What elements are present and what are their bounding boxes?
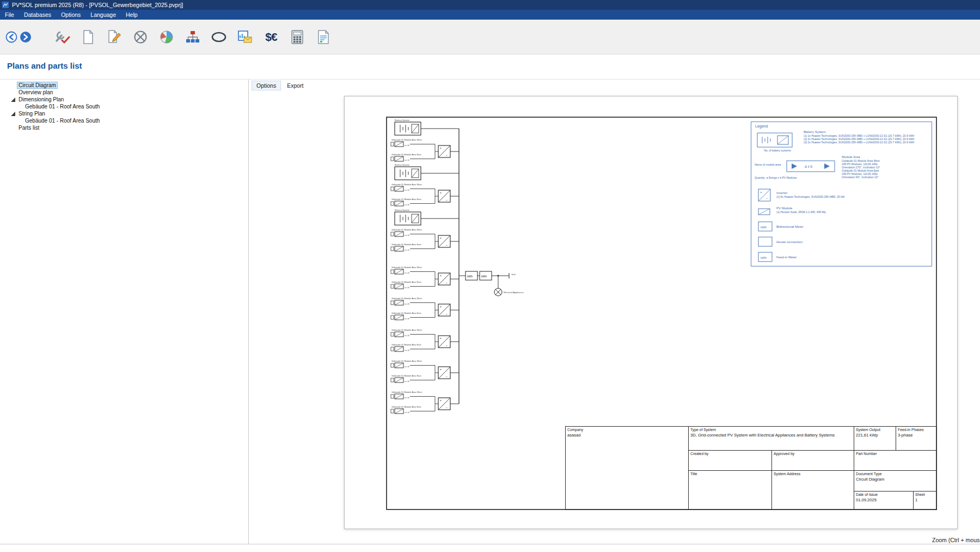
titleblock-type-cell: Type of System 3D, Grid-connected PV Sys…: [689, 427, 854, 451]
svg-text:a x b: a x b: [405, 396, 409, 399]
crossed-circle-icon: [133, 30, 148, 44]
tree-item-label: Gebäude 01 - Roof Area South: [24, 104, 101, 110]
zoom-hint: Zoom (Ctrl + mouse wheel): [932, 537, 980, 543]
system-scheme-button[interactable]: [180, 22, 206, 52]
svg-text:kWh: kWh: [761, 256, 767, 259]
legend-pv-module-text: PV Module (1) Heckert Solar, ZR28.1-1.44…: [776, 206, 826, 214]
svg-text:Gebäude 01 Module Area East: Gebäude 01 Module Area East: [391, 243, 422, 246]
legend-feed-in-meter-symbol: kWh: [758, 252, 773, 263]
menu-file[interactable]: File: [0, 10, 19, 20]
paper[interactable]: Gebäude 01 Module Area Westa x bGebäude …: [344, 96, 958, 529]
currency-icon: $€: [265, 31, 277, 44]
heading-bar: Plans and parts list: [0, 54, 980, 79]
titleblock-phases-cell: Feed-in Phases 3-phase: [896, 427, 937, 451]
svg-text:=: =: [440, 368, 442, 371]
titleblock-created-cell: Created by: [689, 451, 772, 471]
tree-item-label: Circuit Diagram: [17, 82, 57, 88]
svg-text:Gebäude 01 Module Area East: Gebäude 01 Module Area East: [391, 312, 422, 314]
legend-inverter-lines: (1) 6x Huawei Technologies, SUN2000-25K-…: [776, 195, 844, 198]
expand-toggle-icon[interactable]: [11, 98, 15, 102]
visualization-button[interactable]: [154, 22, 180, 52]
legend-pv-module-symbol: [758, 208, 771, 216]
report-button[interactable]: [310, 22, 336, 52]
svg-text:Gebäude 01 Module Area East: Gebäude 01 Module Area East: [391, 198, 422, 201]
legend-house-connection-label: House connection: [776, 240, 803, 244]
page-title: Plans and parts list: [7, 61, 82, 70]
legend-module-area-text: Module Area Gebäude 01 Module Area West2…: [842, 155, 880, 179]
legend-line: (1) Heckert Solar, ZR28.1-1.445, 445 Wp: [776, 210, 826, 214]
ellipse-button[interactable]: [206, 22, 232, 52]
svg-text:~: ~: [446, 407, 448, 409]
preview-panel: OptionsExport Gebäude 01 Module Area Wes…: [249, 80, 980, 544]
menu-help[interactable]: Help: [121, 10, 143, 20]
svg-text:a x b: a x b: [405, 334, 409, 337]
svg-text:a x b: a x b: [405, 317, 409, 320]
svg-text:a x b: a x b: [405, 159, 409, 161]
svg-text:=: =: [760, 191, 762, 194]
legend-line: (3) 2x Huawei Technologies, SUN2000-25K-…: [804, 141, 914, 144]
tree-item-circuit-diagram[interactable]: Circuit Diagram: [0, 82, 248, 89]
svg-text:~: ~: [446, 199, 448, 202]
legend-bidirectional-meter-symbol: kWh: [758, 221, 773, 232]
cancel-button[interactable]: [127, 22, 154, 52]
tree-item-geb-ude-01-roof-area-south[interactable]: Gebäude 01 - Roof Area South: [0, 103, 248, 110]
svg-text:kWh: kWh: [481, 275, 487, 278]
svg-text:Gebäude 01 Module Area West: Gebäude 01 Module Area West: [391, 329, 422, 331]
title-bar: PV*SOL premium 2025 (R8) - [PVSOL_Gewerb…: [0, 0, 980, 10]
app-window: PV*SOL premium 2025 (R8) - [PVSOL_Gewerb…: [0, 0, 980, 552]
legend-line: Orientation 90°, Inclination 10°: [842, 175, 880, 179]
svg-text:a x b: a x b: [405, 189, 409, 191]
legend-bidirectional-meter-label: Bidirectional Meter: [776, 225, 804, 229]
legend-module-area-lines: Gebäude 01 Module Area West249 PV Module…: [842, 159, 880, 179]
tree-item-overview-plan[interactable]: Overview plan: [0, 89, 248, 96]
svg-text:a x b: a x b: [405, 271, 409, 274]
chart-envelope-icon: [237, 30, 253, 44]
toolbar: $€: [0, 20, 980, 54]
edit-document-icon: [107, 29, 121, 45]
menu-options[interactable]: Options: [56, 10, 85, 20]
menu-databases[interactable]: Databases: [19, 10, 56, 20]
tab-bar: OptionsExport: [252, 81, 308, 90]
tree-item-string-plan[interactable]: String Plan: [0, 110, 248, 117]
plans-tree: Circuit DiagramOverview planDimensioning…: [0, 80, 249, 544]
svg-text:Battery System: Battery System: [395, 209, 410, 211]
edit-plan-button[interactable]: [101, 22, 127, 52]
app-icon: [2, 2, 9, 8]
svg-text:a x b: a x b: [405, 349, 409, 351]
tab-export[interactable]: Export: [283, 81, 308, 90]
svg-text:a x b: a x b: [405, 203, 409, 206]
svg-text:a x b: a x b: [405, 248, 409, 251]
results-button[interactable]: [232, 22, 258, 52]
back-button[interactable]: [4, 22, 19, 52]
report-document-icon: [317, 29, 330, 45]
check-project-button[interactable]: [49, 22, 75, 52]
new-plan-button[interactable]: [75, 22, 101, 52]
calculator-button[interactable]: [284, 22, 310, 52]
svg-text:Grid: Grid: [511, 273, 516, 276]
economics-button[interactable]: $€: [258, 22, 284, 52]
tree-item-parts-list[interactable]: Parts list: [0, 124, 248, 131]
tree-item-label: Dimensioning Plan: [17, 96, 65, 102]
titleblock-title-cell: Title: [689, 471, 772, 510]
tab-options[interactable]: Options: [252, 81, 280, 90]
back-icon: [5, 31, 17, 43]
tree-item-geb-ude-01-roof-area-south[interactable]: Gebäude 01 - Roof Area South: [0, 117, 248, 124]
svg-text:Gebäude 01 Module Area West: Gebäude 01 Module Area West: [391, 391, 422, 393]
svg-text:=: =: [440, 275, 442, 277]
forward-icon: [20, 31, 32, 43]
svg-text:Gebäude 01 Module Area East: Gebäude 01 Module Area East: [391, 343, 422, 346]
menu-language[interactable]: Language: [85, 10, 121, 20]
svg-text:Electrical Appliances: Electrical Appliances: [504, 291, 524, 294]
expand-toggle-icon[interactable]: [11, 112, 15, 116]
tree-item-dimensioning-plan[interactable]: Dimensioning Plan: [0, 96, 248, 103]
legend-battery-text: Battery System (1) 1x Huawei Technologie…: [804, 130, 914, 144]
svg-text:kWh: kWh: [761, 226, 767, 229]
forward-button[interactable]: [19, 22, 33, 52]
svg-text:~: ~: [446, 154, 448, 157]
svg-text:Gebäude 01 Module Area West: Gebäude 01 Module Area West: [391, 138, 422, 141]
svg-text:Gebäude 01 Module Area East: Gebäude 01 Module Area East: [391, 405, 422, 408]
svg-text:Gebäude 01 Module Area West: Gebäude 01 Module Area West: [391, 360, 422, 362]
svg-text:a x b: a x b: [405, 302, 409, 305]
tree-item-label: String Plan: [17, 111, 46, 117]
wrench-check-icon: [54, 29, 70, 45]
